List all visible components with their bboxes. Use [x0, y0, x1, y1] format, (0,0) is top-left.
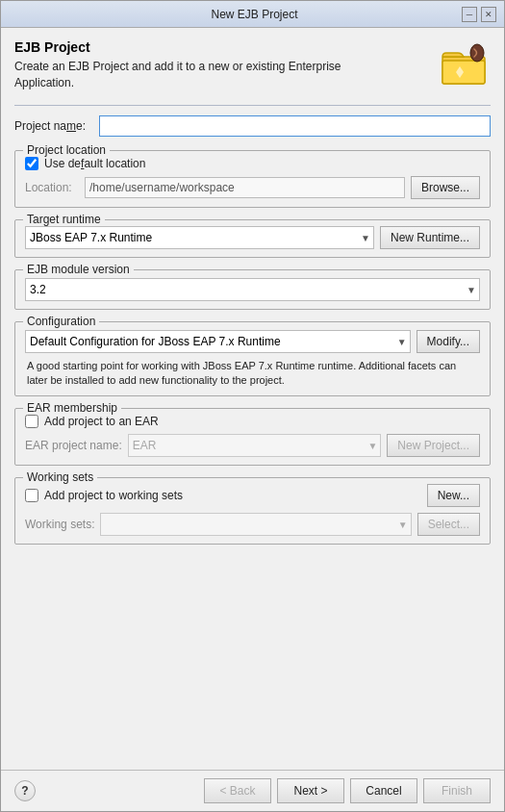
ejb-version-select-wrap: 3.2 3.1 3.0 2.1 ▼ — [25, 278, 480, 301]
configuration-row: Default Configuration for JBoss EAP 7.x … — [25, 330, 480, 353]
location-label: Location: — [25, 181, 79, 194]
cancel-button[interactable]: Cancel — [350, 778, 417, 803]
finish-button[interactable]: Finish — [423, 778, 491, 803]
location-row: Location: Browse... — [25, 176, 480, 199]
add-to-ear-checkbox[interactable] — [25, 415, 38, 428]
configuration-label: Configuration — [23, 315, 99, 328]
ejb-module-label: EJB module version — [23, 263, 134, 276]
working-sets-label: Working sets — [23, 470, 97, 484]
bottom-bar: ? < Back Next > Cancel Finish — [1, 770, 504, 811]
ejb-version-select[interactable]: 3.2 3.1 3.0 2.1 — [25, 278, 480, 301]
ear-name-row: EAR project name: EAR ▼ New Project... — [25, 434, 480, 457]
window-title: New EJB Project — [47, 8, 462, 21]
working-sets-select-label: Working sets: — [25, 518, 94, 531]
minimize-button[interactable]: ─ — [462, 7, 477, 22]
header-text: EJB Project Create an EJB Project and ad… — [14, 39, 390, 91]
back-button[interactable]: < Back — [204, 778, 271, 803]
project-name-input[interactable] — [99, 115, 491, 137]
use-default-location-text[interactable]: Use default location — [44, 157, 145, 170]
config-description: A good starting point for working with J… — [25, 359, 480, 389]
config-select-wrap: Default Configuration for JBoss EAP 7.x … — [25, 330, 411, 353]
ear-select[interactable]: EAR — [128, 434, 382, 457]
ear-membership-group: EAR membership Add project to an EAR EAR… — [14, 408, 491, 466]
close-button[interactable]: ✕ — [481, 7, 496, 22]
ejb-module-group: EJB module version 3.2 3.1 3.0 2.1 ▼ — [14, 269, 491, 310]
add-to-ear-row: Add project to an EAR — [25, 415, 480, 428]
working-sets-group: Working sets Add project to working sets… — [14, 477, 491, 545]
header-separator — [14, 105, 491, 106]
browse-button[interactable]: Browse... — [411, 176, 480, 199]
working-sets-new-button[interactable]: New... — [427, 484, 480, 507]
add-to-ear-text[interactable]: Add project to an EAR — [44, 415, 159, 428]
modify-button[interactable]: Modify... — [417, 330, 480, 353]
working-sets-select[interactable] — [100, 513, 411, 536]
location-input[interactable] — [85, 177, 405, 198]
help-button[interactable]: ? — [14, 780, 36, 801]
title-bar: New EJB Project ─ ✕ — [1, 1, 504, 28]
project-location-label: Project location — [23, 143, 110, 157]
use-default-location-row: Use default location — [25, 157, 480, 170]
working-sets-select-row: Working sets: ▼ Select... — [25, 513, 480, 536]
working-sets-select-wrap: ▼ — [100, 513, 411, 536]
use-default-location-checkbox[interactable] — [25, 157, 38, 170]
new-project-button[interactable]: New Project... — [387, 434, 480, 457]
dialog-header: EJB Project Create an EJB Project and ad… — [14, 39, 491, 91]
dialog-title: EJB Project — [14, 39, 390, 55]
runtime-row: JBoss EAP 7.x Runtime ▼ New Runtime... — [25, 226, 480, 249]
add-to-working-sets-row: Add project to working sets — [25, 489, 183, 502]
add-to-working-sets-checkbox[interactable] — [25, 489, 38, 502]
next-button[interactable]: Next > — [277, 778, 344, 803]
project-name-row: Project name: — [14, 115, 491, 137]
target-runtime-group: Target runtime JBoss EAP 7.x Runtime ▼ N… — [14, 219, 491, 258]
working-sets-select-button[interactable]: Select... — [417, 513, 480, 536]
configuration-group: Configuration Default Configuration for … — [14, 321, 491, 397]
ejb-project-icon — [441, 39, 491, 89]
add-to-working-sets-text[interactable]: Add project to working sets — [44, 489, 183, 502]
ear-name-label: EAR project name: — [25, 439, 122, 452]
config-select[interactable]: Default Configuration for JBoss EAP 7.x … — [25, 330, 411, 353]
new-runtime-button[interactable]: New Runtime... — [380, 226, 480, 249]
dialog-content: EJB Project Create an EJB Project and ad… — [1, 28, 504, 770]
ear-membership-label: EAR membership — [23, 401, 121, 415]
target-runtime-label: Target runtime — [23, 213, 105, 226]
project-name-label: Project name: — [14, 119, 91, 133]
runtime-select[interactable]: JBoss EAP 7.x Runtime — [25, 226, 374, 249]
dialog-window: New EJB Project ─ ✕ EJB Project Create a… — [0, 0, 505, 812]
title-bar-controls: ─ ✕ — [462, 7, 496, 22]
runtime-select-wrap: JBoss EAP 7.x Runtime ▼ — [25, 226, 374, 249]
dialog-description: Create an EJB Project and add it to a ne… — [14, 59, 390, 91]
ear-select-wrap: EAR ▼ — [128, 434, 382, 457]
project-location-group: Project location Use default location Lo… — [14, 150, 491, 208]
